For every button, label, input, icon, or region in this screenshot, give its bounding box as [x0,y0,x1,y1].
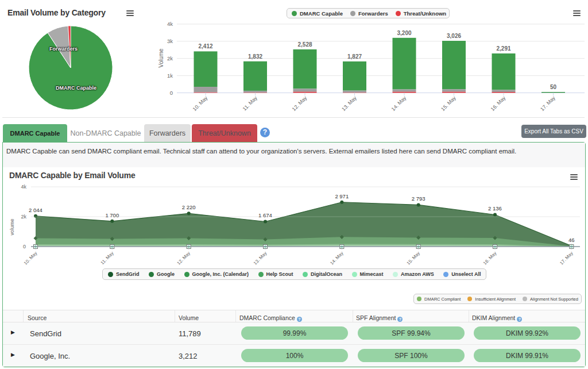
svg-text:2k: 2k [21,214,26,220]
svg-text:volume: volume [9,218,15,235]
svg-text:14. May: 14. May [329,251,344,266]
svg-text:2 793: 2 793 [412,195,425,202]
svg-text:15. May: 15. May [406,251,421,266]
svg-text:2 136: 2 136 [488,205,502,212]
svg-text:17. May: 17. May [559,251,574,266]
svg-text:4k: 4k [21,184,26,190]
svg-text:13. May: 13. May [253,251,268,266]
svg-text:2 971: 2 971 [335,193,349,199]
svg-text:1 700: 1 700 [105,212,119,218]
svg-text:46: 46 [568,237,575,243]
svg-text:0: 0 [23,244,26,249]
svg-text:2 044: 2 044 [29,207,42,213]
svg-text:10. May: 10. May [23,251,38,266]
svg-text:12. May: 12. May [176,251,191,266]
svg-text:11. May: 11. May [100,251,115,266]
svg-text:2 220: 2 220 [182,204,196,210]
svg-text:1 674: 1 674 [258,212,272,218]
svg-text:16. May: 16. May [482,251,497,266]
